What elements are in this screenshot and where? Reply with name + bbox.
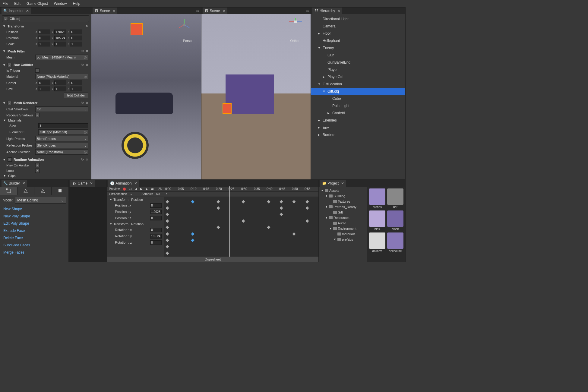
time-tick[interactable]: 0:15 xyxy=(203,187,215,191)
box-collider-header[interactable]: ▼ ✓ Box Collider ↻ ✕ xyxy=(2,62,89,68)
close-icon[interactable]: ✕ xyxy=(26,9,29,13)
loop-checkbox[interactable]: ✓ xyxy=(35,169,40,173)
transform-rotation-track[interactable]: ▼Transform : Rotation xyxy=(107,221,164,227)
center-y[interactable] xyxy=(54,81,66,85)
vertex-tool[interactable] xyxy=(0,187,17,195)
dock-icon[interactable]: ▭ xyxy=(196,9,199,13)
hierarchy-item[interactable]: Cube xyxy=(311,95,405,102)
hierarchy-item[interactable]: Gun xyxy=(311,52,405,59)
scale-z[interactable] xyxy=(70,42,82,46)
close-icon[interactable]: ✕ xyxy=(223,9,226,13)
orientation-gizmo[interactable] xyxy=(286,17,305,26)
project-folder[interactable]: Audio xyxy=(319,220,367,226)
close-icon[interactable]: ✕ xyxy=(22,181,25,185)
target-icon[interactable]: ◎ xyxy=(84,55,87,59)
dock-icon[interactable]: ▭ xyxy=(305,9,309,13)
builder-action[interactable]: Merge Faces xyxy=(0,249,68,256)
element0-field[interactable]: GiftTape (Material)◎ xyxy=(38,129,88,135)
time-tick[interactable]: 0:10 xyxy=(190,187,203,191)
time-tick[interactable]: 0:40 xyxy=(266,187,279,191)
close-icon[interactable]: ✕ xyxy=(341,181,344,185)
scene-viewport-ortho[interactable]: Ortho xyxy=(201,14,311,179)
hierarchy-item[interactable]: Hellephant xyxy=(311,37,405,44)
time-tick[interactable]: 0:25 xyxy=(228,187,241,191)
scene-viewport-persp[interactable]: Persp xyxy=(91,14,201,179)
samples-value[interactable]: 60 xyxy=(156,192,160,196)
time-tick[interactable]: 0:55 xyxy=(304,187,317,191)
builder-action[interactable]: Edit Poly Shape xyxy=(0,220,68,227)
hierarchy-item[interactable]: Directional Light xyxy=(311,15,405,23)
transform-header[interactable]: ▼ Transform ↻ xyxy=(2,23,89,29)
chevron-icon[interactable]: ▶ xyxy=(327,112,331,115)
rot-y[interactable] xyxy=(54,36,66,40)
runtime-animation-enabled[interactable]: ✓ xyxy=(8,157,12,162)
hierarchy-item[interactable]: ▶Confetti xyxy=(311,109,405,117)
anchor-override-field[interactable]: None (Transform)◎ xyxy=(35,149,88,155)
play-icon[interactable]: ▶ xyxy=(140,187,143,191)
object-name-field[interactable]: Gift.obj xyxy=(10,17,87,21)
object-tool[interactable] xyxy=(52,187,69,195)
chevron-icon[interactable]: ▶ xyxy=(318,133,321,136)
chevron-icon[interactable]: ▼ xyxy=(325,216,328,219)
size-x[interactable] xyxy=(38,87,50,91)
close-icon[interactable]: ✕ xyxy=(112,9,115,13)
asset-item[interactable]: blox xyxy=(369,210,385,231)
chevron-icon[interactable]: ▼ xyxy=(334,238,337,241)
target-icon[interactable]: ◎ xyxy=(84,150,87,154)
time-tick[interactable]: 0:00 xyxy=(165,187,177,191)
chevron-down-icon[interactable]: ▼ xyxy=(3,119,6,122)
chevron-icon[interactable]: ▼ xyxy=(318,83,321,86)
pos-z[interactable] xyxy=(70,30,82,34)
chevron-icon[interactable]: ▶ xyxy=(318,32,321,35)
menu-game-object[interactable]: Game Object xyxy=(27,2,48,6)
rot-z[interactable] xyxy=(70,36,82,40)
project-folder[interactable]: Textures xyxy=(319,199,367,204)
hierarchy-item[interactable]: ▶Env xyxy=(311,124,405,131)
close-icon[interactable]: ✕ xyxy=(86,63,88,67)
refresh-icon[interactable]: ↻ xyxy=(86,24,88,28)
cast-shadows-dropdown[interactable]: On⌄ xyxy=(35,106,88,112)
chevron-icon[interactable]: ▼ xyxy=(325,194,328,198)
project-folder[interactable]: ▼Prefabs_Ready xyxy=(319,204,367,210)
time-tick[interactable]: 0:45 xyxy=(279,187,291,191)
refresh-icon[interactable]: ↻ xyxy=(81,101,84,105)
hierarchy-item[interactable]: Player xyxy=(311,66,405,73)
hierarchy-item[interactable]: ▶Borders xyxy=(311,131,405,138)
project-tab[interactable]: 📁 Project ✕ xyxy=(320,180,346,187)
hierarchy-item[interactable]: ▶PlayerCtrl xyxy=(311,73,405,81)
transform-position-track[interactable]: ▼Transform : Position xyxy=(107,197,164,202)
game-viewport[interactable] xyxy=(69,187,106,262)
mesh-filter-header[interactable]: ▼ Mesh Filter ↻ ✕ xyxy=(2,48,89,54)
scene-tab[interactable]: 🖼 Scene ✕ xyxy=(203,8,227,14)
chevron-icon[interactable]: ▼ xyxy=(321,189,324,192)
time-tick[interactable]: 0:50 xyxy=(291,187,304,191)
close-icon[interactable]: ✕ xyxy=(134,181,137,185)
hierarchy-item[interactable]: ▼Enemy xyxy=(311,44,405,52)
asset-item[interactable]: arches xyxy=(369,188,385,209)
box-collider-enabled[interactable]: ✓ xyxy=(8,63,12,67)
mesh-renderer-enabled[interactable]: ✓ xyxy=(8,101,12,105)
collider-material-field[interactable]: None (PhysicMaterial)◎ xyxy=(35,74,88,79)
close-icon[interactable]: ✕ xyxy=(86,101,88,105)
center-z[interactable] xyxy=(70,81,82,85)
builder-action[interactable]: Delete Face xyxy=(0,234,68,242)
menu-file[interactable]: File xyxy=(2,2,8,6)
size-z[interactable] xyxy=(70,87,82,91)
edit-collider-button[interactable]: Edit Collider xyxy=(64,93,88,98)
mesh-field[interactable]: pb_Mesh-1495944 (Mesh)◎ xyxy=(35,55,88,60)
runtime-animation-header[interactable]: ▼ ✓ Runtime Animation ↻ ✕ xyxy=(2,156,89,163)
chevron-icon[interactable]: ▼ xyxy=(318,46,321,49)
playhead[interactable] xyxy=(229,186,230,257)
light-probes-dropdown[interactable]: BlendProbes⌄ xyxy=(35,136,88,141)
orientation-gizmo[interactable] xyxy=(177,17,192,32)
face-tool[interactable] xyxy=(34,187,52,195)
builder-action[interactable]: New Shape+ xyxy=(0,205,68,213)
pos-x[interactable] xyxy=(38,30,50,34)
asset-item[interactable]: bat xyxy=(387,188,403,209)
skip-start-icon[interactable]: ⏮ xyxy=(129,187,132,191)
project-folder[interactable]: ▼Building xyxy=(319,193,367,199)
chevron-icon[interactable]: ▶ xyxy=(318,119,321,122)
close-icon[interactable]: ✕ xyxy=(337,9,340,13)
chevron-icon[interactable]: ▼ xyxy=(325,205,328,208)
time-tick[interactable]: 0:35 xyxy=(253,187,266,191)
